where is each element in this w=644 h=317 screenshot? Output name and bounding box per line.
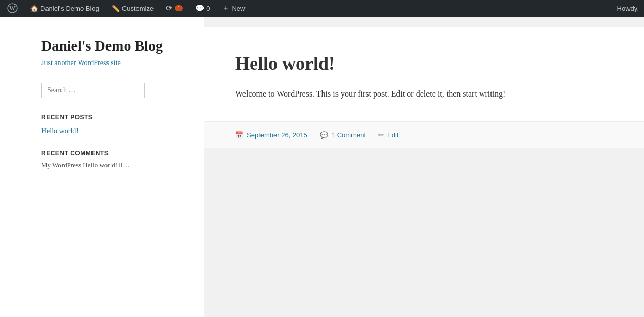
main-content: Hello world! Welcome to WordPress. This … [204, 17, 644, 317]
wp-logo-icon: W [7, 3, 18, 13]
post-edit-meta: ✏ Edit [378, 131, 398, 139]
comments-button[interactable]: 💬 0 [193, 0, 212, 17]
post-body: Hello world! Welcome to WordPress. This … [204, 27, 644, 121]
search-form [41, 83, 183, 98]
site-name-button[interactable]: 🏠 Daniel's Demo Blog [28, 0, 101, 17]
post-title: Hello world! [235, 53, 613, 74]
post-comments-link[interactable]: 1 Comment [331, 131, 366, 139]
svg-text:W: W [9, 5, 16, 12]
admin-bar: W 🏠 Daniel's Demo Blog ✏️ Customize ⟳ 1 … [0, 0, 644, 17]
updates-badge: 1 [175, 5, 183, 11]
new-icon: ＋ [222, 4, 229, 13]
pencil-icon: ✏ [378, 131, 384, 139]
recent-comments-heading: Recent Comments [41, 150, 183, 157]
comments-count: 0 [206, 5, 210, 12]
new-label: New [232, 5, 245, 12]
customize-label: Customize [122, 5, 154, 12]
updates-button[interactable]: ⟳ 1 [164, 0, 185, 17]
comment-bubble-icon: 💬 [320, 131, 328, 139]
recent-post-link[interactable]: Hello world! [41, 127, 183, 135]
page-wrapper: Daniel's Demo Blog Just another WordPres… [0, 17, 644, 317]
calendar-icon: 📅 [235, 131, 243, 139]
site-name-label: Daniel's Demo Blog [40, 5, 99, 12]
post-card: Hello world! Welcome to WordPress. This … [204, 27, 644, 148]
site-tagline: Just another WordPress site [41, 59, 183, 67]
comments-icon: 💬 [195, 4, 204, 12]
howdy-text: Howdy, [617, 5, 639, 12]
search-input[interactable] [41, 83, 145, 98]
comment-snippet: My WordPress Hello world! li… [41, 161, 130, 169]
recent-posts-heading: Recent Posts [41, 114, 183, 121]
wp-logo-button[interactable]: W [5, 0, 20, 17]
home-icon: 🏠 [30, 5, 38, 12]
post-content: Welcome to WordPress. This is your first… [235, 87, 613, 101]
post-date-link[interactable]: September 26, 2015 [247, 131, 308, 139]
new-content-button[interactable]: ＋ New [220, 0, 247, 17]
post-date-meta: 📅 September 26, 2015 [235, 131, 308, 139]
post-footer: 📅 September 26, 2015 💬 1 Comment ✏ Edit [204, 121, 644, 148]
updates-icon: ⟳ [166, 4, 173, 13]
sidebar: Daniel's Demo Blog Just another WordPres… [0, 17, 204, 317]
customize-button[interactable]: ✏️ Customize [110, 0, 156, 17]
site-title: Daniel's Demo Blog [41, 37, 183, 55]
post-edit-link[interactable]: Edit [387, 131, 398, 139]
post-comments-meta: 💬 1 Comment [320, 131, 366, 139]
customize-icon: ✏️ [112, 5, 120, 12]
